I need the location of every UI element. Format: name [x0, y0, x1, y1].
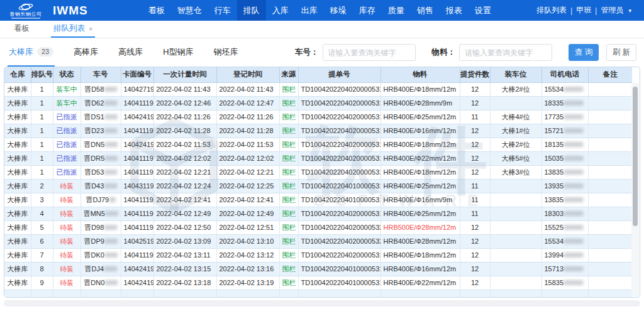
table-row[interactable]: 大棒库4待装晋MN58888140411192022-04-02 12:4920… — [4, 207, 632, 220]
source-tag: 围栏 — [282, 182, 296, 190]
table-row[interactable]: 大棒库1已指派晋D238888140411192022-04-02 11:282… — [4, 124, 632, 138]
cell-source: 围栏 — [279, 262, 298, 276]
table-row[interactable]: 大棒库1已指派晋DS18888140424192022-04-02 11:262… — [4, 110, 632, 124]
status-badge: 已指派 — [57, 141, 77, 148]
cell-source: 围栏 — [279, 138, 298, 151]
search-button[interactable]: 查 询 — [569, 44, 599, 61]
cell-dock: 大棒2#位 — [490, 82, 541, 96]
nav-item-6[interactable]: 移垛 — [324, 0, 353, 21]
cell-remark — [588, 276, 632, 290]
nav-item-4[interactable]: 入库 — [266, 0, 295, 21]
cell-warehouse: 大棒库 — [4, 276, 31, 290]
nav-item-1[interactable]: 智慧仓 — [171, 0, 208, 21]
cell-remark — [588, 110, 632, 124]
chevron-down-icon[interactable]: ▾ — [628, 8, 631, 14]
cell-card: 14041119 — [121, 207, 153, 220]
globe-orbit-icon — [18, 3, 33, 11]
horizontal-scrollbar[interactable] — [4, 300, 640, 306]
cell-weigh: 2022-04-02 11:28 — [153, 124, 216, 138]
cell-plate: 晋D628888 — [80, 96, 121, 110]
phone-redacted: 888888 — [564, 182, 583, 190]
table-row[interactable]: 大棒库6待装晋DP98888140425192022-04-02 13:0920… — [4, 234, 632, 248]
user-menu[interactable]: 管理员 — [601, 5, 623, 16]
cell-plate: 晋D438888 — [80, 179, 121, 193]
warehouse-tab-0[interactable]: 大棒库23 — [8, 38, 55, 67]
cell-weigh: 2022-04-02 11:43 — [153, 82, 216, 96]
cell-phone: 15835888888 — [541, 276, 588, 290]
source-tag: 围栏 — [282, 279, 296, 286]
cell-plate: 晋DK08888 — [80, 248, 121, 262]
warehouse-tab-4[interactable]: 钢坯库 — [213, 38, 240, 67]
nav-item-11[interactable]: 设置 — [469, 0, 497, 21]
page-tab-0[interactable]: 看板 — [11, 21, 32, 38]
table-row[interactable]: 大棒库3待装晋DJ7988140411192022-04-02 12:41202… — [4, 193, 632, 207]
column-header-2: 状态 — [53, 67, 80, 82]
vertical-scrollbar-thumb[interactable] — [633, 87, 638, 226]
plate-visible: 晋DS1 — [84, 113, 104, 121]
cell-warehouse: 大棒库 — [4, 248, 31, 262]
cell-remark — [588, 220, 632, 234]
column-header-8: 提单号 — [298, 67, 380, 82]
cell-material: HRB400E/Φ16mm/12m — [380, 124, 460, 138]
close-tab-icon[interactable]: × — [89, 25, 92, 33]
table-row[interactable]: 大棒库1已指派晋DR58888140411192022-04-02 12:022… — [4, 151, 632, 165]
plate-visible: 晋D23 — [84, 127, 104, 134]
phone-visible: 15713 — [545, 265, 564, 273]
cell-weigh: 2022-04-02 11:53 — [153, 138, 216, 151]
cell-no: 9 — [31, 276, 53, 290]
cell-qty: 12 — [460, 276, 490, 290]
warehouse-tab-1[interactable]: 高棒库 — [72, 38, 99, 67]
material-input[interactable] — [459, 44, 552, 61]
cell-lading: TD10042022040200005320 — [298, 220, 380, 234]
cell-qty: 12 — [460, 82, 490, 96]
phone-visible: 18135 — [545, 141, 564, 148]
warehouse-tab-label: 大棒库 — [9, 46, 33, 58]
nav-item-3[interactable]: 排队 — [237, 0, 266, 21]
table-row[interactable]: 大棒库1已指派晋D538888140411192022-04-02 12:212… — [4, 165, 632, 179]
nav-item-0[interactable]: 看板 — [142, 0, 171, 21]
cell-source: 围栏 — [279, 179, 298, 193]
status-badge: 待装 — [60, 182, 74, 190]
table-row[interactable]: 大棒库9待装晋DN08888140424192022-04-02 13:1820… — [4, 276, 632, 290]
cell-reg: 2022-04-02 12:47 — [216, 96, 279, 110]
table-row[interactable]: 大棒库1装车中晋D628888140411192022-04-02 12:462… — [4, 96, 632, 110]
table-row[interactable]: 大棒库5待装晋D988888140411192022-04-02 12:5020… — [4, 220, 632, 234]
cell-qty: 11 — [460, 193, 490, 207]
current-page-link[interactable]: 排队列表 — [536, 5, 567, 16]
refresh-button[interactable]: 刷 新 — [606, 44, 636, 61]
cell-dock — [490, 234, 541, 248]
warehouse-tab-2[interactable]: 高线库 — [117, 38, 144, 67]
source-tag: 围栏 — [282, 127, 296, 134]
cell-card: 14042419 — [121, 110, 153, 124]
nav-item-2[interactable]: 行车 — [208, 0, 237, 21]
nav-item-7[interactable]: 库存 — [353, 0, 382, 21]
cell-source: 围栏 — [279, 220, 298, 234]
cell-dock — [490, 276, 541, 290]
nav-item-8[interactable]: 质量 — [382, 0, 411, 21]
table-row[interactable]: 大棒库1装车中晋D588888140427192022-04-02 11:432… — [4, 82, 632, 96]
table-row[interactable]: 大棒库1已指派晋DN58888140424192022-04-02 11:532… — [4, 138, 632, 151]
top-navbar: 首钢长钢公司 IWMS 看板智慧仓行车排队入库出库移垛库存质量销售报表设置 排队… — [0, 0, 644, 21]
cell-card: 14042419 — [121, 276, 153, 290]
table-row[interactable]: 大棒库7待装晋DK08888140411192022-04-02 13:1120… — [4, 248, 632, 262]
vertical-scrollbar[interactable] — [631, 83, 639, 296]
cell-qty: 12 — [460, 248, 490, 262]
vehicle-input[interactable] — [323, 44, 416, 61]
cell-plate: 晋D988888 — [80, 220, 121, 234]
cell-empty — [53, 290, 80, 298]
nav-item-5[interactable]: 出库 — [295, 0, 324, 21]
nav-item-10[interactable]: 报表 — [440, 0, 469, 21]
divider: | — [570, 6, 572, 15]
cell-remark — [588, 151, 632, 165]
cell-source: 围栏 — [279, 193, 298, 207]
cell-empty — [460, 290, 490, 298]
plate-visible: 晋DR5 — [84, 154, 104, 162]
table-row[interactable]: 大棒库8待装晋DJ48888140424192022-04-02 13:1520… — [4, 262, 632, 276]
table-row[interactable]: 大棒库2待装晋D438888140431192022-04-02 12:2420… — [4, 179, 632, 193]
cell-plate: 晋D588888 — [80, 82, 121, 96]
warehouse-tab-3[interactable]: H型钢库 — [162, 38, 194, 67]
nav-item-9[interactable]: 销售 — [411, 0, 440, 21]
cell-lading: TD10042022040100005318 — [298, 193, 380, 207]
material-text: HRB400E/Φ25mm/12m — [384, 210, 457, 217]
page-tab-1[interactable]: 排队列表× — [51, 21, 95, 38]
